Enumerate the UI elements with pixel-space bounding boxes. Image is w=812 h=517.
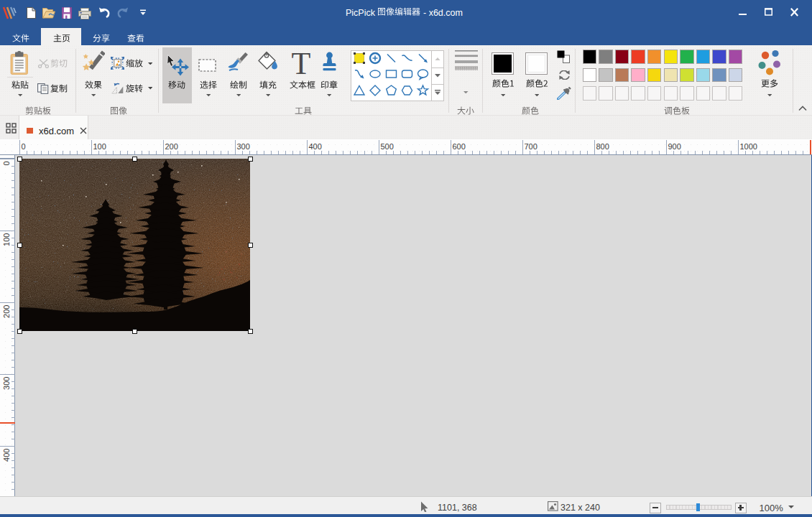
svg-text:400: 400: [3, 449, 11, 462]
svg-text:300: 300: [3, 377, 11, 390]
svg-text:0: 0: [3, 161, 11, 165]
svg-text:100: 100: [3, 233, 11, 246]
svg-text:200: 200: [3, 305, 11, 318]
